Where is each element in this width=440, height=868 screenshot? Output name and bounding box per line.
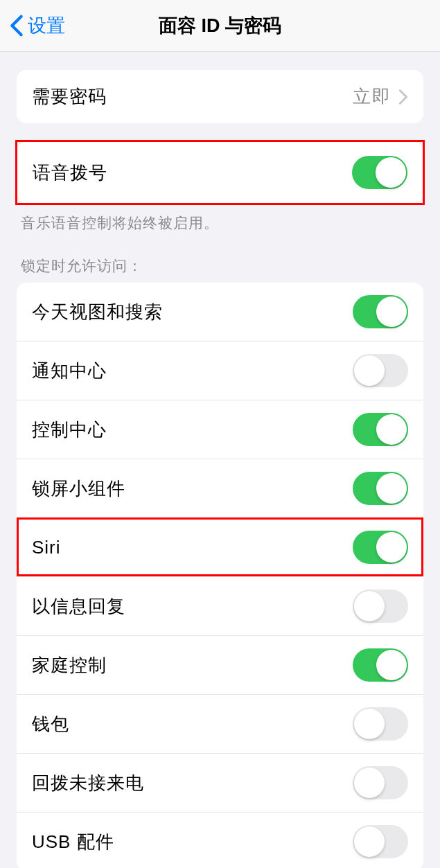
access-item-toggle[interactable] bbox=[353, 590, 408, 623]
row-require-passcode[interactable]: 需要密码 立即 bbox=[17, 70, 423, 123]
row-access-item: USB 配件 bbox=[17, 812, 423, 868]
back-label: 设置 bbox=[28, 13, 65, 38]
row-access-item: 通知中心 bbox=[17, 341, 423, 400]
row-access-item: 以信息回复 bbox=[17, 576, 423, 635]
access-item-toggle[interactable] bbox=[353, 766, 408, 799]
lock-access-header: 锁定时允许访问： bbox=[21, 256, 423, 276]
row-access-item: 今天视图和搜索 bbox=[17, 283, 423, 341]
voice-dial-label: 语音拨号 bbox=[33, 161, 107, 185]
row-voice-dial: 语音拨号 bbox=[17, 142, 423, 203]
navbar: 设置 面容 ID 与密码 bbox=[0, 0, 440, 52]
access-item-toggle[interactable] bbox=[353, 354, 408, 387]
access-item-label: Siri bbox=[32, 537, 61, 558]
access-item-label: 以信息回复 bbox=[32, 594, 125, 619]
section-lock-access: 今天视图和搜索通知中心控制中心锁屏小组件Siri以信息回复家庭控制钱包回拨未接来… bbox=[17, 283, 423, 868]
chevron-left-icon bbox=[10, 14, 24, 37]
access-item-toggle[interactable] bbox=[353, 531, 408, 564]
row-access-item: 锁屏小组件 bbox=[17, 459, 423, 517]
access-item-toggle[interactable] bbox=[353, 825, 408, 858]
row-access-item: 家庭控制 bbox=[17, 635, 423, 694]
section-require-passcode: 需要密码 立即 bbox=[17, 70, 423, 123]
row-access-item: 控制中心 bbox=[17, 400, 423, 459]
access-item-label: 回拨未接来电 bbox=[32, 771, 144, 795]
section-voice-dial: 语音拨号 bbox=[17, 142, 423, 203]
access-item-label: 控制中心 bbox=[32, 418, 107, 442]
chevron-right-icon bbox=[398, 89, 408, 105]
voice-dial-footer: 音乐语音控制将始终被启用。 bbox=[21, 213, 423, 233]
row-access-item: 钱包 bbox=[17, 694, 423, 753]
access-item-label: 家庭控制 bbox=[32, 653, 107, 677]
access-item-toggle[interactable] bbox=[353, 707, 408, 741]
access-item-label: 钱包 bbox=[32, 712, 69, 736]
require-passcode-label: 需要密码 bbox=[32, 85, 107, 109]
voice-dial-highlight: 语音拨号 bbox=[15, 140, 425, 205]
back-button[interactable]: 设置 bbox=[0, 13, 65, 38]
access-item-toggle[interactable] bbox=[353, 413, 408, 446]
access-item-label: 今天视图和搜索 bbox=[32, 300, 163, 324]
access-item-toggle[interactable] bbox=[353, 472, 408, 505]
require-passcode-value: 立即 bbox=[353, 85, 391, 109]
access-item-label: 通知中心 bbox=[32, 359, 107, 383]
row-access-item: Siri bbox=[17, 517, 423, 576]
access-item-toggle[interactable] bbox=[353, 295, 408, 328]
row-access-item: 回拨未接来电 bbox=[17, 753, 423, 812]
access-item-label: 锁屏小组件 bbox=[32, 477, 125, 501]
page-title: 面容 ID 与密码 bbox=[159, 13, 281, 38]
voice-dial-toggle[interactable] bbox=[352, 156, 407, 189]
access-item-toggle[interactable] bbox=[353, 648, 408, 682]
access-item-label: USB 配件 bbox=[32, 830, 114, 854]
